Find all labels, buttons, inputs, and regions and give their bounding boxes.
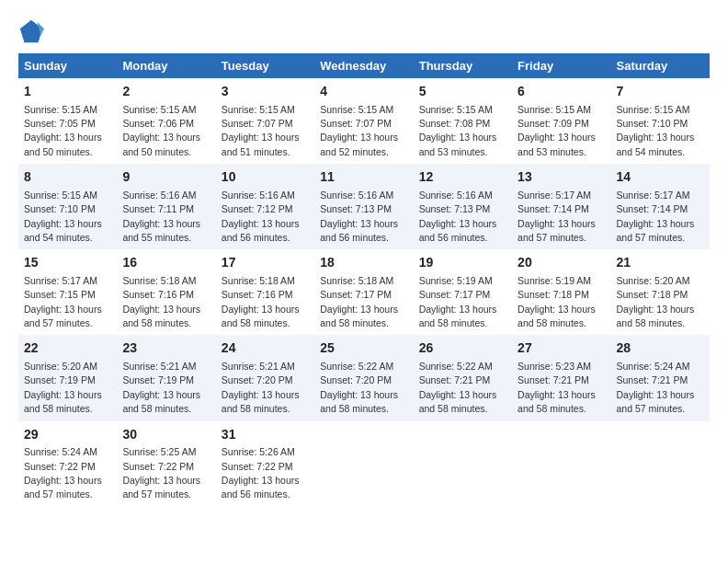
day-number: 29 (24, 426, 111, 444)
calendar-cell: 7Sunrise: 5:15 AMSunset: 7:10 PMDaylight… (611, 78, 710, 164)
calendar-cell: 15Sunrise: 5:17 AMSunset: 7:15 PMDayligh… (18, 249, 117, 335)
daylight-text: Daylight: 13 hoursand 53 minutes. (518, 132, 596, 156)
sunset-text: Sunset: 7:16 PM (122, 289, 194, 300)
sunset-text: Sunset: 7:13 PM (419, 203, 491, 214)
sunrise-text: Sunrise: 5:16 AM (419, 190, 493, 201)
day-number: 25 (320, 339, 407, 358)
daylight-text: Daylight: 13 hoursand 57 minutes. (617, 389, 695, 414)
sunset-text: Sunset: 7:16 PM (222, 289, 293, 300)
calendar-cell: 10Sunrise: 5:16 AMSunset: 7:12 PMDayligh… (216, 164, 314, 249)
header-day: Thursday (414, 53, 512, 78)
calendar-cell: 28Sunrise: 5:24 AMSunset: 7:21 PMDayligh… (611, 335, 710, 420)
day-number: 19 (419, 254, 506, 272)
daylight-text: Daylight: 13 hoursand 50 minutes. (24, 132, 102, 156)
sunset-text: Sunset: 7:17 PM (320, 289, 392, 300)
day-number: 11 (320, 168, 407, 187)
sunset-text: Sunset: 7:14 PM (518, 203, 589, 214)
day-number: 21 (617, 254, 704, 272)
daylight-text: Daylight: 13 hoursand 53 minutes. (419, 132, 497, 156)
sunset-text: Sunset: 7:18 PM (518, 289, 589, 300)
calendar-cell (314, 421, 413, 507)
calendar-cell: 11Sunrise: 5:16 AMSunset: 7:13 PMDayligh… (314, 164, 413, 249)
sunrise-text: Sunrise: 5:15 AM (617, 104, 690, 115)
calendar-cell: 14Sunrise: 5:17 AMSunset: 7:14 PMDayligh… (611, 164, 710, 249)
sunrise-text: Sunrise: 5:24 AM (24, 446, 97, 457)
day-number: 30 (122, 426, 210, 444)
day-number: 26 (419, 339, 506, 358)
day-number: 7 (617, 83, 704, 101)
sunrise-text: Sunrise: 5:24 AM (617, 361, 690, 372)
daylight-text: Daylight: 13 hoursand 58 minutes. (320, 304, 398, 328)
daylight-text: Daylight: 13 hoursand 58 minutes. (320, 389, 398, 414)
sunrise-text: Sunrise: 5:19 AM (419, 275, 493, 286)
header-day: Wednesday (314, 53, 413, 78)
calendar-cell: 27Sunrise: 5:23 AMSunset: 7:21 PMDayligh… (512, 335, 610, 420)
daylight-text: Daylight: 13 hoursand 56 minutes. (320, 218, 398, 243)
sunset-text: Sunset: 7:21 PM (617, 374, 688, 385)
logo-icon (18, 18, 44, 44)
calendar-cell: 22Sunrise: 5:20 AMSunset: 7:19 PMDayligh… (18, 335, 117, 420)
daylight-text: Daylight: 13 hoursand 57 minutes. (122, 475, 200, 500)
calendar-cell: 26Sunrise: 5:22 AMSunset: 7:21 PMDayligh… (414, 335, 512, 420)
day-number: 24 (222, 339, 309, 358)
sunrise-text: Sunrise: 5:22 AM (320, 361, 393, 372)
calendar-cell: 31Sunrise: 5:26 AMSunset: 7:22 PMDayligh… (216, 421, 314, 507)
day-number: 16 (122, 254, 210, 272)
sunrise-text: Sunrise: 5:16 AM (320, 190, 393, 201)
daylight-text: Daylight: 13 hoursand 57 minutes. (617, 218, 695, 243)
daylight-text: Daylight: 13 hoursand 58 minutes. (222, 389, 300, 414)
sunrise-text: Sunrise: 5:15 AM (24, 104, 97, 115)
daylight-text: Daylight: 13 hoursand 56 minutes. (419, 218, 497, 243)
day-number: 5 (419, 83, 506, 101)
calendar-cell: 13Sunrise: 5:17 AMSunset: 7:14 PMDayligh… (512, 164, 610, 249)
daylight-text: Daylight: 13 hoursand 52 minutes. (320, 132, 398, 156)
calendar-header-row: SundayMondayTuesdayWednesdayThursdayFrid… (18, 53, 710, 78)
day-number: 18 (320, 254, 407, 272)
calendar-cell: 2Sunrise: 5:15 AMSunset: 7:06 PMDaylight… (117, 78, 215, 164)
day-number: 12 (419, 168, 506, 187)
sunrise-text: Sunrise: 5:19 AM (518, 275, 591, 286)
sunrise-text: Sunrise: 5:15 AM (122, 104, 196, 115)
sunrise-text: Sunrise: 5:23 AM (518, 361, 591, 372)
daylight-text: Daylight: 13 hoursand 55 minutes. (122, 218, 200, 243)
daylight-text: Daylight: 13 hoursand 54 minutes. (617, 132, 695, 156)
header-day: Monday (117, 53, 215, 78)
calendar-table: SundayMondayTuesdayWednesdayThursdayFrid… (18, 53, 710, 507)
calendar-cell: 4Sunrise: 5:15 AMSunset: 7:07 PMDaylight… (314, 78, 413, 164)
sunset-text: Sunset: 7:07 PM (222, 118, 293, 129)
sunrise-text: Sunrise: 5:15 AM (518, 104, 591, 115)
day-number: 22 (24, 339, 111, 358)
sunset-text: Sunset: 7:22 PM (222, 461, 293, 472)
sunset-text: Sunset: 7:22 PM (24, 461, 96, 472)
daylight-text: Daylight: 13 hoursand 57 minutes. (24, 304, 102, 328)
daylight-text: Daylight: 13 hoursand 50 minutes. (122, 132, 200, 156)
daylight-text: Daylight: 13 hoursand 56 minutes. (222, 218, 300, 243)
sunrise-text: Sunrise: 5:15 AM (24, 190, 97, 201)
svg-marker-0 (20, 20, 42, 42)
sunset-text: Sunset: 7:10 PM (24, 203, 96, 214)
header-day: Friday (512, 53, 610, 78)
daylight-text: Daylight: 13 hoursand 57 minutes. (518, 218, 596, 243)
calendar-cell: 1Sunrise: 5:15 AMSunset: 7:05 PMDaylight… (18, 78, 117, 164)
calendar-body: 1Sunrise: 5:15 AMSunset: 7:05 PMDaylight… (18, 78, 710, 507)
day-number: 31 (222, 426, 309, 444)
daylight-text: Daylight: 13 hoursand 58 minutes. (617, 304, 695, 328)
sunrise-text: Sunrise: 5:20 AM (617, 275, 690, 286)
header-day: Sunday (18, 53, 117, 78)
sunset-text: Sunset: 7:13 PM (320, 203, 392, 214)
daylight-text: Daylight: 13 hoursand 56 minutes. (222, 475, 300, 500)
day-number: 6 (518, 83, 605, 101)
calendar-cell (512, 421, 610, 507)
calendar-cell: 23Sunrise: 5:21 AMSunset: 7:19 PMDayligh… (117, 335, 215, 420)
calendar-week-row: 22Sunrise: 5:20 AMSunset: 7:19 PMDayligh… (18, 335, 710, 420)
calendar-week-row: 15Sunrise: 5:17 AMSunset: 7:15 PMDayligh… (18, 249, 710, 335)
calendar-cell: 18Sunrise: 5:18 AMSunset: 7:17 PMDayligh… (314, 249, 413, 335)
calendar-week-row: 8Sunrise: 5:15 AMSunset: 7:10 PMDaylight… (18, 164, 710, 249)
day-number: 13 (518, 168, 605, 187)
calendar-cell: 20Sunrise: 5:19 AMSunset: 7:18 PMDayligh… (512, 249, 610, 335)
sunrise-text: Sunrise: 5:17 AM (24, 275, 97, 286)
daylight-text: Daylight: 13 hoursand 58 minutes. (222, 304, 300, 328)
calendar-cell: 21Sunrise: 5:20 AMSunset: 7:18 PMDayligh… (611, 249, 710, 335)
calendar-cell (414, 421, 512, 507)
header-day: Saturday (611, 53, 710, 78)
